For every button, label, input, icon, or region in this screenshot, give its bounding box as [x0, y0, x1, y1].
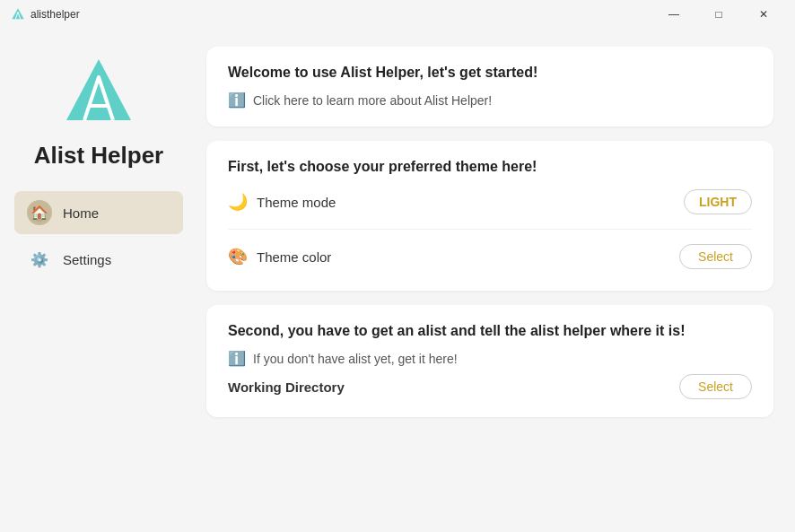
main-content: Welcome to use Alist Helper, let's get s… [197, 29, 795, 532]
working-directory-select-button[interactable]: Select [679, 374, 752, 399]
alist-title: Second, you have to get an alist and tel… [228, 323, 752, 339]
theme-title: First, let's choose your preferred theme… [228, 159, 752, 175]
theme-color-label: 🎨 Theme color [228, 247, 331, 266]
alist-info-row[interactable]: ℹ️ If you don't have alist yet, get it h… [228, 350, 752, 367]
theme-color-select-button[interactable]: Select [679, 244, 752, 269]
sidebar-item-home[interactable]: 🏠 Home [14, 191, 183, 234]
app-logo-small [11, 7, 25, 22]
theme-divider [228, 229, 752, 230]
theme-color-row: 🎨 Theme color Select [228, 240, 752, 273]
sidebar-nav: 🏠 Home ⚙️ Settings [0, 191, 197, 281]
welcome-card: Welcome to use Alist Helper, let's get s… [206, 47, 773, 126]
theme-color-text: Theme color [257, 249, 331, 265]
app-body: Alist Helper 🏠 Home ⚙️ Settings Welcome … [0, 29, 795, 532]
maximize-button[interactable]: □ [698, 0, 739, 29]
sidebar: Alist Helper 🏠 Home ⚙️ Settings [0, 29, 197, 532]
svg-marker-1 [66, 59, 131, 120]
titlebar-title: alisthelper [31, 8, 80, 21]
theme-card: First, let's choose your preferred theme… [206, 141, 773, 291]
settings-icon: ⚙️ [27, 247, 52, 272]
sidebar-item-settings[interactable]: ⚙️ Settings [14, 238, 183, 281]
theme-mode-row: 🌙 Theme mode LIGHT [228, 186, 752, 218]
welcome-title: Welcome to use Alist Helper, let's get s… [228, 65, 752, 81]
alist-info-text: If you don't have alist yet, get it here… [253, 352, 458, 366]
palette-icon: 🎨 [228, 247, 248, 266]
sidebar-app-name: Alist Helper [34, 142, 164, 170]
svg-marker-0 [12, 8, 23, 19]
home-icon: 🏠 [27, 200, 52, 225]
alist-card: Second, you have to get an alist and tel… [206, 305, 773, 417]
welcome-info-text: Click here to learn more about Alist Hel… [253, 93, 492, 108]
working-directory-row: Working Directory Select [228, 374, 752, 399]
theme-mode-label: 🌙 Theme mode [228, 192, 336, 212]
app-logo [63, 56, 135, 127]
info-icon: ℹ️ [228, 92, 246, 109]
working-directory-label: Working Directory [228, 379, 345, 395]
info-icon-2: ℹ️ [228, 350, 246, 367]
minimize-button[interactable]: — [653, 0, 695, 29]
sidebar-item-settings-label: Settings [63, 252, 111, 267]
moon-icon: 🌙 [228, 192, 248, 212]
welcome-info-row[interactable]: ℹ️ Click here to learn more about Alist … [228, 92, 752, 109]
titlebar-left: alisthelper [11, 7, 80, 22]
titlebar-controls: — □ ✕ [653, 0, 784, 29]
close-button[interactable]: ✕ [743, 0, 784, 29]
titlebar: alisthelper — □ ✕ [0, 0, 795, 29]
theme-mode-text: Theme mode [257, 195, 336, 210]
theme-mode-button[interactable]: LIGHT [684, 189, 752, 214]
sidebar-item-home-label: Home [63, 205, 99, 221]
